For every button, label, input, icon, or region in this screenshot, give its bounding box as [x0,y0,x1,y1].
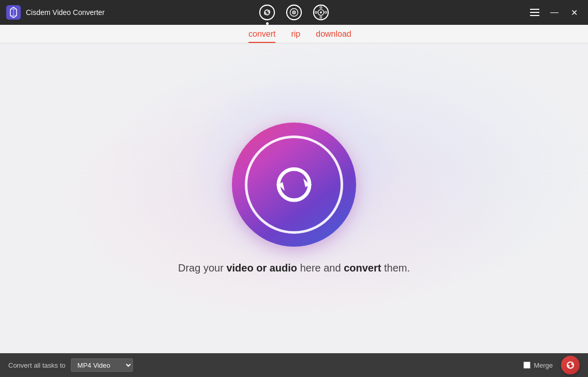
merge-label[interactable]: Merge [534,361,553,369]
app-logo-large [232,123,356,247]
titlebar-nav [259,4,329,21]
bottom-right: Merge [523,356,580,374]
app-title: Cisdem Video Converter [26,8,105,17]
convert-button[interactable] [561,356,580,374]
close-button[interactable]: ✕ [566,5,582,20]
svg-point-10 [315,11,317,13]
nav-download-icon[interactable] [313,4,329,21]
drag-text-prefix: Drag your [178,262,226,274]
svg-point-11 [325,11,327,13]
drag-text-bold1: video or audio [226,262,297,274]
drag-text-bold2: convert [344,262,381,274]
tab-convert[interactable]: convert [248,29,275,43]
drag-text-suffix: them. [381,262,410,274]
nav-convert-icon[interactable] [259,4,275,21]
convert-all-group: Convert all tasks to MP4 Video MOV Video… [8,358,133,372]
format-select[interactable]: MP4 Video MOV Video AVI Video MKV Video … [71,358,133,372]
svg-point-5 [293,12,295,13]
app-logo-icon [6,5,21,20]
hamburger-icon [530,9,539,16]
menu-button[interactable] [527,5,542,20]
main-content: Drag your video or audio here and conver… [0,43,588,353]
close-icon: ✕ [571,8,578,18]
convert-button-icon [565,360,576,370]
tab-download[interactable]: download [316,29,351,43]
convert-all-label: Convert all tasks to [8,361,66,369]
nav-rip-icon[interactable] [286,4,302,21]
svg-point-12 [320,11,322,13]
merge-checkbox[interactable] [523,361,531,369]
minimize-icon: — [550,8,558,17]
drag-drop-instruction: Drag your video or audio here and conver… [178,262,410,274]
title-bar: Cisdem Video Converter [0,0,588,25]
minimize-button[interactable]: — [547,5,562,20]
svg-point-9 [320,17,322,19]
tab-rip[interactable]: rip [291,29,300,43]
nav-tabs: convert rip download [0,25,588,43]
logo-inner-ring [245,135,343,234]
titlebar-left: Cisdem Video Converter [6,5,105,20]
drag-text-middle: here and [297,262,344,274]
svg-point-8 [320,7,322,9]
svg-point-1 [260,5,274,20]
merge-group: Merge [523,361,553,369]
titlebar-controls: — ✕ [527,5,582,20]
convert-arrows-icon [268,159,320,210]
bottom-bar: Convert all tasks to MP4 Video MOV Video… [0,353,588,377]
